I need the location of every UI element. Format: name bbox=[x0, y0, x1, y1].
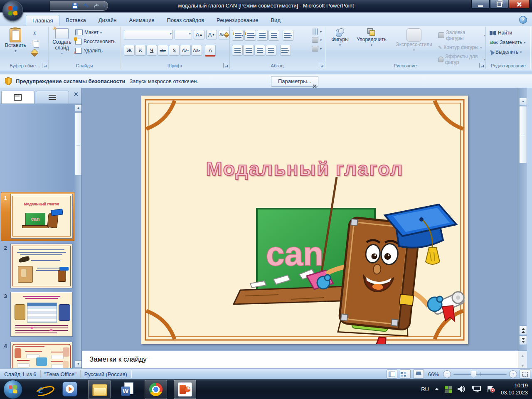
slide-editor[interactable]: can bbox=[141, 96, 468, 344]
tab-design[interactable]: Дизайн bbox=[92, 15, 123, 26]
align-text-button[interactable]: ▾ bbox=[312, 37, 322, 43]
slide-scrollbar[interactable]: ▲ bbox=[518, 88, 527, 368]
panel-scrollbar[interactable]: ▲ ▼ bbox=[74, 104, 81, 368]
tray-app-icon[interactable] bbox=[445, 386, 452, 393]
cut-button[interactable]: ✂ bbox=[32, 31, 38, 35]
start-button[interactable] bbox=[3, 380, 22, 399]
tab-insert[interactable]: Вставка bbox=[59, 15, 92, 26]
paragraph-dialog-launcher[interactable] bbox=[319, 63, 324, 68]
normal-view-button[interactable] bbox=[387, 369, 397, 379]
font-color-button[interactable]: А bbox=[205, 45, 216, 57]
tab-outline[interactable] bbox=[36, 91, 69, 103]
underline-button[interactable]: Ч bbox=[146, 45, 157, 56]
format-painter-button[interactable] bbox=[30, 49, 39, 57]
slide-thumbnail-3[interactable]: 3 bbox=[0, 292, 74, 336]
character-spacing-button[interactable]: AV▾ bbox=[180, 45, 191, 56]
network-icon[interactable] bbox=[472, 385, 481, 393]
change-case-button[interactable]: Аа▾ bbox=[191, 45, 202, 56]
reset-button[interactable]: Восстановить bbox=[75, 39, 116, 44]
tab-view[interactable]: Вид bbox=[264, 15, 287, 26]
bullets-button[interactable]: ▾ bbox=[232, 30, 244, 41]
strikethrough-button[interactable]: abc bbox=[158, 45, 168, 56]
delete-slide-button[interactable]: Удалить bbox=[75, 48, 116, 54]
find-button[interactable]: Найти bbox=[490, 30, 525, 36]
tab-slides-thumbnails[interactable] bbox=[1, 91, 34, 103]
line-spacing-button[interactable]: ▾ bbox=[283, 30, 293, 41]
minimize-button[interactable] bbox=[471, 0, 490, 9]
align-left-button[interactable] bbox=[232, 45, 243, 56]
slide-sorter-button[interactable] bbox=[400, 369, 411, 379]
shapes-button[interactable]: Фигуры▾ bbox=[328, 28, 352, 48]
italic-button[interactable]: К bbox=[135, 45, 146, 56]
macro-options-button[interactable]: Параметры... bbox=[271, 76, 318, 87]
align-center-button[interactable] bbox=[243, 45, 254, 56]
justify-button[interactable] bbox=[266, 45, 276, 56]
replace-button[interactable]: abacЗаменить▾ bbox=[490, 39, 525, 45]
slide-thumbnail-1[interactable]: 1 Модальный глагол can bbox=[0, 194, 74, 238]
fit-to-window-button[interactable] bbox=[520, 369, 530, 379]
taskbar-powerpoint[interactable] bbox=[174, 380, 196, 399]
panel-scroll-thumb[interactable] bbox=[75, 112, 82, 175]
select-button[interactable]: Выделить▾ bbox=[490, 49, 525, 55]
shape-fill-button[interactable]: Заливка фигуры▾ bbox=[438, 30, 485, 41]
taskbar-internet-explorer[interactable]: e bbox=[30, 380, 52, 398]
zoom-out-button[interactable]: − bbox=[443, 370, 451, 378]
panel-scroll-up-icon[interactable]: ▲ bbox=[75, 104, 82, 112]
new-slide-button[interactable]: Создать слайд ▾ bbox=[50, 28, 74, 57]
font-name-combo[interactable] bbox=[124, 30, 173, 39]
taskbar-chrome[interactable] bbox=[145, 380, 167, 399]
next-slide-button[interactable] bbox=[519, 335, 527, 345]
shape-outline-button[interactable]: ✎Контур фигуры▾ bbox=[438, 44, 485, 50]
office-button[interactable] bbox=[2, 0, 23, 21]
shrink-font-button[interactable]: A▼ bbox=[206, 30, 217, 39]
undo-button[interactable] bbox=[82, 2, 89, 10]
show-hidden-icons[interactable] bbox=[435, 388, 439, 390]
decrease-indent-button[interactable] bbox=[257, 30, 268, 41]
slide-title[interactable]: Модальный глагол bbox=[141, 157, 468, 180]
font-size-combo[interactable] bbox=[175, 30, 192, 39]
arrange-button[interactable]: Упорядочить▾ bbox=[352, 28, 391, 48]
redo-button[interactable] bbox=[93, 2, 100, 10]
save-button[interactable] bbox=[71, 2, 79, 10]
align-right-button[interactable] bbox=[254, 45, 265, 56]
taskbar-explorer[interactable] bbox=[88, 380, 111, 399]
zoom-level[interactable]: 66% bbox=[428, 371, 439, 377]
tab-review[interactable]: Рецензирование bbox=[210, 15, 264, 26]
language-indicator[interactable]: RU bbox=[421, 386, 429, 392]
clipboard-dialog-launcher[interactable] bbox=[42, 63, 47, 68]
close-button[interactable] bbox=[509, 0, 530, 9]
panel-scroll-down-icon[interactable]: ▼ bbox=[75, 360, 82, 368]
taskbar-word[interactable] bbox=[116, 380, 138, 398]
slide-thumbnail-4[interactable]: 4 bbox=[0, 342, 74, 368]
status-slide-number[interactable]: Слайд 1 из 6 bbox=[4, 371, 37, 377]
qat-customize-icon[interactable]: ▾ bbox=[103, 4, 105, 8]
increase-indent-button[interactable] bbox=[268, 30, 279, 41]
shadow-button[interactable]: S bbox=[169, 45, 180, 56]
bold-button[interactable]: Ж bbox=[124, 45, 135, 56]
grow-font-button[interactable]: A▲ bbox=[194, 30, 204, 39]
slideshow-button[interactable] bbox=[413, 369, 424, 379]
notes-placeholder[interactable]: Заметки к слайду bbox=[89, 355, 147, 364]
copy-button[interactable] bbox=[32, 40, 37, 46]
paste-button[interactable]: Вставить ▾ bbox=[5, 28, 26, 54]
font-dialog-launcher[interactable] bbox=[223, 63, 228, 68]
layout-button[interactable]: Макет▾ bbox=[75, 30, 116, 35]
restore-button[interactable] bbox=[490, 0, 508, 9]
action-center-flag-icon[interactable] bbox=[487, 385, 495, 393]
drawing-dialog-launcher[interactable] bbox=[479, 63, 484, 68]
clock[interactable]: 10:19 03.10.2023 bbox=[501, 382, 528, 396]
text-direction-button[interactable]: ▾ bbox=[312, 29, 322, 34]
notes-pane[interactable]: Заметки к слайду bbox=[82, 350, 518, 369]
columns-button[interactable]: ▾ bbox=[280, 45, 291, 56]
smartart-button[interactable]: ▾ bbox=[312, 46, 322, 52]
status-language[interactable]: Русский (Россия) bbox=[84, 371, 127, 377]
slide-thumbnail-2[interactable]: 2 bbox=[0, 244, 74, 288]
previous-slide-button[interactable] bbox=[519, 325, 527, 335]
message-bar-close-icon[interactable] bbox=[313, 84, 317, 88]
tab-animation[interactable]: Анимация bbox=[123, 15, 161, 26]
zoom-slider[interactable] bbox=[453, 374, 507, 375]
status-theme[interactable]: "Тема Office" bbox=[44, 371, 76, 377]
scroll-thumb[interactable] bbox=[519, 106, 527, 163]
help-button[interactable]: ? bbox=[519, 16, 527, 24]
tab-home[interactable]: Главная bbox=[26, 15, 59, 26]
